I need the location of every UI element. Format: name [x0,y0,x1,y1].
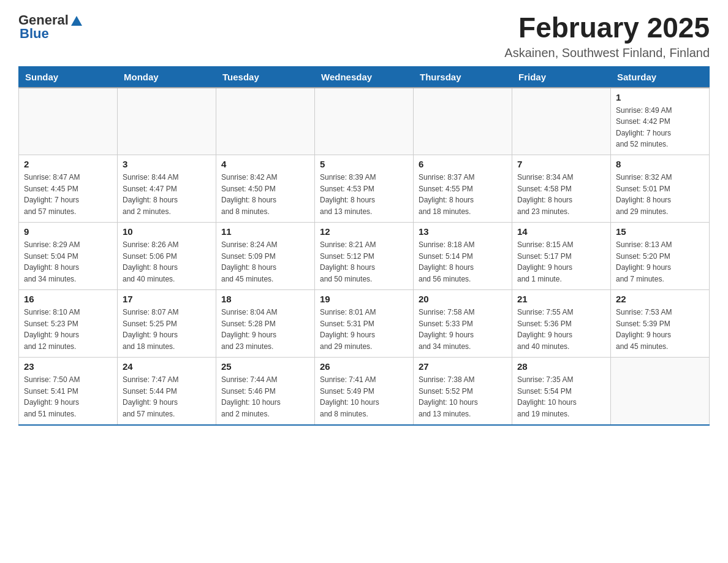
day-info: Sunrise: 8:07 AMSunset: 5:25 PMDaylight:… [123,307,211,352]
calendar-header-row: SundayMondayTuesdayWednesdayThursdayFrid… [19,66,710,88]
day-info: Sunrise: 8:34 AMSunset: 4:58 PMDaylight:… [517,172,605,217]
day-info: Sunrise: 8:13 AMSunset: 5:20 PMDaylight:… [616,239,704,285]
day-number: 21 [517,294,605,304]
day-number: 19 [320,294,408,304]
weekday-header-tuesday: Tuesday [216,66,315,88]
weekday-header-sunday: Sunday [19,66,118,88]
weekday-header-friday: Friday [512,66,611,88]
calendar-week-row: 23Sunrise: 7:50 AMSunset: 5:41 PMDayligh… [19,358,710,425]
page-header: General Blue February 2025 Askainen, Sou… [18,12,710,60]
calendar-cell [414,88,512,155]
day-number: 6 [419,159,507,169]
day-info: Sunrise: 7:35 AMSunset: 5:54 PMDaylight:… [517,374,605,419]
logo-text-blue: Blue [20,26,49,42]
calendar-cell [512,88,611,155]
calendar-cell: 2Sunrise: 8:47 AMSunset: 4:45 PMDaylight… [19,155,118,223]
calendar-cell: 6Sunrise: 8:37 AMSunset: 4:55 PMDaylight… [414,155,512,223]
calendar-cell: 14Sunrise: 8:15 AMSunset: 5:17 PMDayligh… [512,223,611,290]
day-number: 27 [419,361,507,372]
day-info: Sunrise: 8:15 AMSunset: 5:17 PMDaylight:… [517,239,605,285]
day-number: 3 [123,159,211,169]
day-info: Sunrise: 8:26 AMSunset: 5:06 PMDaylight:… [123,239,211,285]
day-number: 12 [320,226,408,237]
day-info: Sunrise: 7:41 AMSunset: 5:49 PMDaylight:… [320,374,408,419]
day-info: Sunrise: 7:53 AMSunset: 5:39 PMDaylight:… [616,307,704,352]
calendar-cell: 1Sunrise: 8:49 AMSunset: 4:42 PMDaylight… [611,88,710,155]
calendar-cell: 25Sunrise: 7:44 AMSunset: 5:46 PMDayligh… [216,358,315,425]
day-info: Sunrise: 8:44 AMSunset: 4:47 PMDaylight:… [123,172,211,217]
day-number: 24 [123,361,211,372]
day-info: Sunrise: 8:18 AMSunset: 5:14 PMDaylight:… [419,239,507,285]
calendar-cell: 8Sunrise: 8:32 AMSunset: 5:01 PMDaylight… [611,155,710,223]
day-number: 7 [517,159,605,169]
svg-marker-0 [71,16,82,26]
day-info: Sunrise: 8:29 AMSunset: 5:04 PMDaylight:… [24,239,112,285]
calendar-week-row: 9Sunrise: 8:29 AMSunset: 5:04 PMDaylight… [19,223,710,290]
day-number: 20 [419,294,507,304]
month-title: February 2025 [504,12,710,44]
calendar-cell: 13Sunrise: 8:18 AMSunset: 5:14 PMDayligh… [414,223,512,290]
calendar-cell: 20Sunrise: 7:58 AMSunset: 5:33 PMDayligh… [414,290,512,358]
calendar-cell: 24Sunrise: 7:47 AMSunset: 5:44 PMDayligh… [118,358,216,425]
calendar-cell: 26Sunrise: 7:41 AMSunset: 5:49 PMDayligh… [315,358,414,425]
calendar-cell: 5Sunrise: 8:39 AMSunset: 4:53 PMDaylight… [315,155,414,223]
day-info: Sunrise: 7:44 AMSunset: 5:46 PMDaylight:… [221,374,309,419]
day-info: Sunrise: 7:50 AMSunset: 5:41 PMDaylight:… [24,374,112,419]
calendar-cell: 23Sunrise: 7:50 AMSunset: 5:41 PMDayligh… [19,358,118,425]
calendar-cell [611,358,710,425]
calendar-week-row: 1Sunrise: 8:49 AMSunset: 4:42 PMDaylight… [19,88,710,155]
day-number: 14 [517,226,605,237]
calendar-cell: 3Sunrise: 8:44 AMSunset: 4:47 PMDaylight… [118,155,216,223]
day-number: 25 [221,361,309,372]
day-info: Sunrise: 8:21 AMSunset: 5:12 PMDaylight:… [320,239,408,285]
calendar-cell: 18Sunrise: 8:04 AMSunset: 5:28 PMDayligh… [216,290,315,358]
day-number: 4 [221,159,309,169]
day-number: 22 [616,294,704,304]
calendar-cell: 15Sunrise: 8:13 AMSunset: 5:20 PMDayligh… [611,223,710,290]
weekday-header-saturday: Saturday [611,66,710,88]
day-number: 15 [616,226,704,237]
day-info: Sunrise: 7:55 AMSunset: 5:36 PMDaylight:… [517,307,605,352]
calendar-cell: 12Sunrise: 8:21 AMSunset: 5:12 PMDayligh… [315,223,414,290]
day-number: 11 [221,226,309,237]
calendar-cell: 27Sunrise: 7:38 AMSunset: 5:52 PMDayligh… [414,358,512,425]
calendar-cell: 21Sunrise: 7:55 AMSunset: 5:36 PMDayligh… [512,290,611,358]
weekday-header-wednesday: Wednesday [315,66,414,88]
calendar-table: SundayMondayTuesdayWednesdayThursdayFrid… [18,66,710,426]
day-number: 1 [616,92,704,102]
day-info: Sunrise: 8:47 AMSunset: 4:45 PMDaylight:… [24,172,112,217]
calendar-cell [315,88,414,155]
day-info: Sunrise: 8:32 AMSunset: 5:01 PMDaylight:… [616,172,704,217]
calendar-week-row: 16Sunrise: 8:10 AMSunset: 5:23 PMDayligh… [19,290,710,358]
day-number: 17 [123,294,211,304]
day-info: Sunrise: 8:10 AMSunset: 5:23 PMDaylight:… [24,307,112,352]
day-number: 23 [24,361,112,372]
day-info: Sunrise: 8:04 AMSunset: 5:28 PMDaylight:… [221,307,309,352]
calendar-cell [19,88,118,155]
day-number: 5 [320,159,408,169]
calendar-cell: 22Sunrise: 7:53 AMSunset: 5:39 PMDayligh… [611,290,710,358]
calendar-cell: 9Sunrise: 8:29 AMSunset: 5:04 PMDaylight… [19,223,118,290]
day-info: Sunrise: 7:38 AMSunset: 5:52 PMDaylight:… [419,374,507,419]
day-info: Sunrise: 7:47 AMSunset: 5:44 PMDaylight:… [123,374,211,419]
day-number: 16 [24,294,112,304]
weekday-header-monday: Monday [118,66,216,88]
day-info: Sunrise: 8:49 AMSunset: 4:42 PMDaylight:… [616,105,704,150]
weekday-header-thursday: Thursday [414,66,512,88]
logo: General Blue [18,12,83,42]
calendar-cell: 11Sunrise: 8:24 AMSunset: 5:09 PMDayligh… [216,223,315,290]
day-number: 28 [517,361,605,372]
day-info: Sunrise: 7:58 AMSunset: 5:33 PMDaylight:… [419,307,507,352]
day-number: 26 [320,361,408,372]
day-number: 10 [123,226,211,237]
calendar-cell: 17Sunrise: 8:07 AMSunset: 5:25 PMDayligh… [118,290,216,358]
calendar-cell: 4Sunrise: 8:42 AMSunset: 4:50 PMDaylight… [216,155,315,223]
calendar-week-row: 2Sunrise: 8:47 AMSunset: 4:45 PMDaylight… [19,155,710,223]
logo-triangle-icon [70,14,83,28]
calendar-cell [118,88,216,155]
day-number: 9 [24,226,112,237]
day-info: Sunrise: 8:37 AMSunset: 4:55 PMDaylight:… [419,172,507,217]
day-number: 13 [419,226,507,237]
day-info: Sunrise: 8:24 AMSunset: 5:09 PMDaylight:… [221,239,309,285]
day-number: 18 [221,294,309,304]
